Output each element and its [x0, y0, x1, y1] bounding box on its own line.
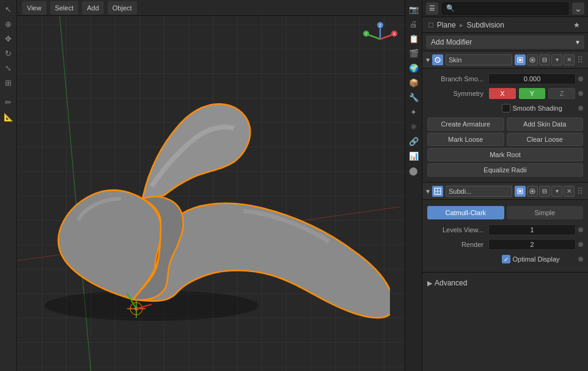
constraints-properties-icon[interactable]: 🔗	[407, 134, 421, 148]
branch-smooth-row: Branch Smo... 0.000	[427, 72, 583, 86]
symmetry-dot[interactable]	[578, 91, 583, 96]
scale-tool-icon[interactable]: ⤡	[2, 61, 15, 75]
axis-widget[interactable]: Z X Y	[362, 21, 399, 57]
mark-loose-btn[interactable]: Mark Loose	[427, 133, 504, 146]
skin-delete-btn[interactable]: ✕	[564, 54, 575, 65]
properties-panel: 📷 🖨 📋 🎬 🌍 📦 🔧 ✦ ⚛ 🔗 📊 ⬤ ☰ 🔍 ⌄ □ Plane ▸ …	[405, 0, 588, 371]
svg-line-17	[436, 58, 439, 62]
skin-expand-btn[interactable]: ▾	[551, 54, 562, 65]
symmetry-z-btn[interactable]: Z	[548, 88, 575, 99]
viewport-select-menu[interactable]: Select	[50, 1, 79, 15]
skin-modifier-header[interactable]: ▾ Skin	[422, 51, 588, 68]
clear-loose-btn[interactable]: Clear Loose	[507, 133, 584, 146]
output-properties-icon[interactable]: 🖨	[407, 17, 421, 31]
skin-modifier-name[interactable]: Skin	[446, 54, 512, 65]
subdiv-render-btn[interactable]	[527, 186, 538, 197]
armature-skin-row: Create Armature Add Skin Data	[427, 117, 583, 131]
particles-properties-icon[interactable]: ✦	[407, 105, 421, 119]
move-tool-icon[interactable]: ✥	[2, 32, 15, 45]
branch-smooth-dot[interactable]	[578, 76, 583, 81]
advanced-expand-icon: ▶	[427, 279, 432, 287]
levels-viewport-value[interactable]: 1	[488, 224, 576, 235]
viewport-view-label: View	[27, 4, 42, 12]
annotate-tool-icon[interactable]: ✏	[2, 95, 15, 109]
subdiv-expand-btn[interactable]: ▾	[551, 186, 562, 197]
properties-scroll[interactable]: Add Modifier ▾ ▾ Skin	[422, 33, 588, 371]
render-dot[interactable]	[578, 242, 583, 247]
svg-rect-19	[519, 59, 521, 61]
render-properties-icon[interactable]: 📷	[407, 2, 421, 16]
symmetry-x-btn[interactable]: X	[489, 88, 516, 99]
svg-point-21	[531, 59, 534, 61]
skin-collapse-icon[interactable]: ▾	[426, 56, 430, 64]
smooth-shading-checkbox[interactable]	[502, 104, 510, 112]
subdiv-collapse-icon[interactable]: ▾	[426, 187, 430, 196]
viewport-object-menu[interactable]: Object	[108, 1, 137, 15]
properties-menu-icon[interactable]: ☰	[426, 2, 438, 15]
optimal-display-field[interactable]: ✓ Optimal Display	[502, 255, 576, 263]
subdiv-modifier-name[interactable]: Subdi...	[446, 186, 512, 197]
breadcrumb-modifier-label: Subdivision	[467, 21, 504, 29]
skin-modifier-body: Branch Smo... 0.000 Symmetry X Y	[422, 68, 588, 182]
branch-smooth-value[interactable]: 0.000	[488, 73, 576, 84]
viewport[interactable]: View Select Add Object Z X Y	[17, 0, 405, 371]
subdiv-delete-btn[interactable]: ✕	[564, 186, 575, 197]
skin-modifier-icon	[432, 54, 443, 65]
smooth-shading-dot[interactable]	[578, 106, 583, 111]
subdiv-edit-btn[interactable]	[539, 186, 550, 197]
physics-properties-icon[interactable]: ⚛	[407, 120, 421, 133]
breadcrumb: □ Plane ▸ Subdivision ★	[422, 17, 588, 33]
optimal-display-checkbox[interactable]: ✓	[502, 255, 510, 263]
advanced-header[interactable]: ▶ Advanced	[427, 276, 583, 290]
render-label: Render	[427, 241, 488, 248]
subdiv-drag-handle[interactable]: ⠿	[576, 186, 584, 196]
add-modifier-label: Add Modifier	[431, 38, 472, 46]
simple-tab[interactable]: Simple	[507, 206, 584, 219]
skin-render-btn[interactable]	[527, 54, 538, 65]
svg-text:Y: Y	[365, 32, 368, 36]
select-tool-icon[interactable]: ↖	[2, 2, 15, 16]
render-value[interactable]: 2	[488, 239, 576, 250]
data-properties-icon[interactable]: 📊	[407, 149, 421, 163]
skin-realtime-btn[interactable]	[515, 54, 526, 65]
subdiv-modifier-body: Catmull-Clark Simple Levels View... 1	[422, 200, 588, 272]
skin-edit-btn[interactable]	[539, 54, 550, 65]
subdiv-type-tabs: Catmull-Clark Simple	[427, 204, 583, 222]
rotate-tool-icon[interactable]: ↻	[2, 46, 15, 60]
create-armature-btn[interactable]: Create Armature	[427, 117, 504, 131]
properties-search[interactable]: 🔍	[442, 2, 568, 15]
viewport-add-menu[interactable]: Add	[82, 1, 104, 15]
svg-text:Z: Z	[379, 23, 382, 28]
advanced-label: Advanced	[435, 279, 467, 287]
catmull-clark-tab[interactable]: Catmull-Clark	[427, 206, 504, 219]
viewport-add-label: Add	[87, 4, 99, 12]
breadcrumb-pin-icon[interactable]: ★	[571, 20, 582, 31]
cursor-tool-icon[interactable]: ⊕	[2, 17, 15, 31]
levels-viewport-dot[interactable]	[578, 227, 583, 232]
scene-properties-icon[interactable]: 🎬	[407, 46, 421, 60]
world-properties-icon[interactable]: 🌍	[407, 61, 421, 75]
subdiv-modifier-header[interactable]: ▾ Subdi...	[422, 183, 588, 200]
smooth-shading-field[interactable]: Smooth Shading	[502, 104, 576, 112]
modifier-properties-icon[interactable]: 🔧	[407, 90, 421, 104]
3d-object	[29, 6, 390, 348]
symmetry-y-btn[interactable]: Y	[519, 88, 546, 99]
properties-expand-icon[interactable]: ⌄	[572, 2, 584, 15]
mark-root-btn[interactable]: Mark Root	[427, 148, 583, 161]
properties-iconbar: 📷 🖨 📋 🎬 🌍 📦 🔧 ✦ ⚛ 🔗 📊 ⬤	[405, 0, 422, 371]
breadcrumb-plane-icon: □	[428, 20, 433, 29]
add-modifier-arrow-icon: ▾	[576, 38, 579, 46]
add-skin-data-btn[interactable]: Add Skin Data	[507, 117, 584, 131]
skin-drag-handle[interactable]: ⠿	[576, 55, 584, 65]
smooth-shading-label: Smooth Shading	[513, 105, 562, 112]
measure-tool-icon[interactable]: 📐	[2, 110, 15, 123]
optimal-display-dot[interactable]	[578, 257, 583, 262]
transform-tool-icon[interactable]: ⊞	[2, 76, 15, 89]
add-modifier-button[interactable]: Add Modifier ▾	[426, 35, 584, 49]
material-properties-icon[interactable]: ⬤	[407, 164, 421, 177]
equalize-radii-btn[interactable]: Equalize Radii	[427, 163, 583, 177]
view-layer-properties-icon[interactable]: 📋	[407, 32, 421, 45]
object-properties-icon[interactable]: 📦	[407, 76, 421, 89]
subdiv-realtime-btn[interactable]	[515, 186, 526, 197]
viewport-view-menu[interactable]: View	[22, 1, 46, 15]
